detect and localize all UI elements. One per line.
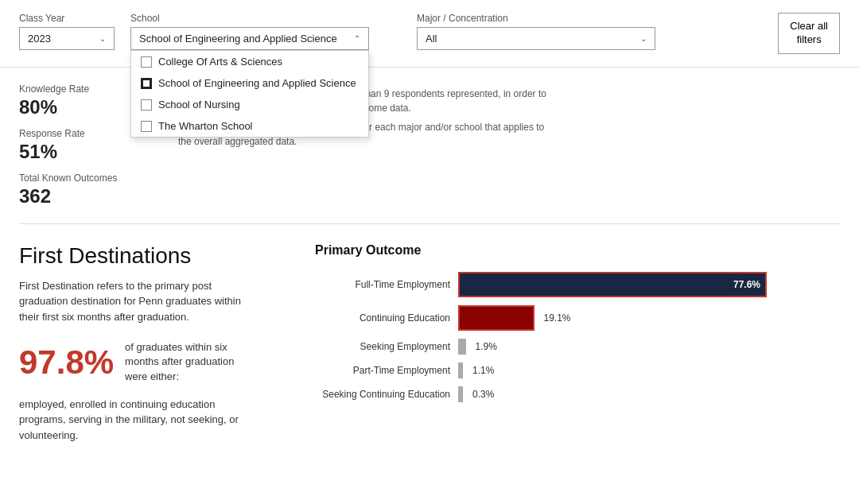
school-option-nursing-label: School of Nursing <box>158 99 240 110</box>
class-year-filter: Class Year 2023 ⌄ <box>19 13 115 50</box>
section-description: First Destination refers to the primary … <box>19 278 258 325</box>
chevron-down-icon: ⌄ <box>99 34 106 43</box>
bar-fill: 77.6% <box>458 272 767 297</box>
bar-label: Seeking Employment <box>315 341 458 352</box>
response-rate-block: Response Rate 51% <box>19 128 146 163</box>
class-year-label: Class Year <box>19 13 115 24</box>
main-content: First Destinations First Destination ref… <box>0 224 859 463</box>
bar-label: Continuing Education <box>315 312 458 324</box>
stats-section: Knowledge Rate 80% Response Rate 51% Tot… <box>0 68 859 223</box>
clear-filters-button[interactable]: Clear all filters <box>778 13 840 54</box>
major-select[interactable]: All ⌄ <box>417 27 655 50</box>
school-select[interactable]: School of Engineering and Applied Scienc… <box>130 27 369 50</box>
school-option-arts[interactable]: College Of Arts & Sciences <box>131 51 368 72</box>
bar-pct-label: 1.9% <box>476 341 497 352</box>
major-value: All <box>426 33 437 45</box>
bar-fill <box>458 386 463 402</box>
chevron-down-icon-major: ⌄ <box>640 34 647 43</box>
total-outcomes-label: Total Known Outcomes <box>19 173 146 184</box>
bar-fill <box>458 362 463 378</box>
school-label: School <box>130 13 369 24</box>
bar-row: Part-Time Employment1.1% <box>315 362 840 378</box>
knowledge-rate-value: 80% <box>19 96 146 118</box>
bar-row: Seeking Employment1.9% <box>315 339 840 355</box>
bar-pct-inside: 77.6% <box>733 279 760 290</box>
highlight-percent: 97.8% <box>19 343 114 382</box>
bar-label: Seeking Continuing Education <box>315 389 458 400</box>
response-rate-value: 51% <box>19 141 146 163</box>
school-checkbox-wharton[interactable] <box>141 121 152 132</box>
bar-pct-label: 1.1% <box>472 365 494 376</box>
school-checkbox-arts[interactable] <box>141 56 152 68</box>
bar-fill <box>458 339 466 355</box>
school-filter: School School of Engineering and Applied… <box>130 13 369 50</box>
filter-bar: Class Year 2023 ⌄ School School of Engin… <box>0 0 859 68</box>
major-label: Major / Concentration <box>417 13 655 24</box>
bar-row: Continuing Education19.1% <box>315 305 840 331</box>
school-option-wharton[interactable]: The Wharton School <box>131 115 368 137</box>
chevron-up-icon: ⌃ <box>354 34 360 43</box>
chart-container: Full-Time Employment77.6%Continuing Educ… <box>315 272 840 402</box>
left-panel: First Destinations First Destination ref… <box>19 243 290 444</box>
bar-track: 77.6% <box>458 272 840 297</box>
highlight-line2: months after graduation <box>125 355 234 369</box>
bar-track: 19.1% <box>458 305 840 331</box>
right-panel: Primary Outcome Full-Time Employment77.6… <box>315 243 840 444</box>
school-option-nursing[interactable]: School of Nursing <box>131 94 368 115</box>
school-option-arts-label: College Of Arts & Sciences <box>158 56 282 68</box>
major-filter: Major / Concentration All ⌄ <box>417 13 655 50</box>
bottom-description: employed, enrolled in continuing educati… <box>19 397 258 444</box>
class-year-select[interactable]: 2023 ⌄ <box>19 27 115 50</box>
knowledge-rate-label: Knowledge Rate <box>19 83 146 95</box>
bar-track: 1.1% <box>458 362 840 378</box>
section-title: First Destinations <box>19 243 290 269</box>
chart-title: Primary Outcome <box>315 243 840 258</box>
highlight-text-block: of graduates within six months after gra… <box>125 340 234 384</box>
bar-track: 1.9% <box>458 339 840 355</box>
highlight-line3: were either: <box>125 370 234 384</box>
total-outcomes-value: 362 <box>19 185 146 207</box>
class-year-value: 2023 <box>28 33 51 45</box>
school-option-engineering-label: School of Engineering and Applied Scienc… <box>158 77 356 89</box>
bar-label: Full-Time Employment <box>315 279 458 290</box>
school-dropdown-menu: College Of Arts & Sciences School of Eng… <box>130 50 369 138</box>
school-checkbox-nursing[interactable] <box>141 99 152 110</box>
response-rate-label: Response Rate <box>19 128 146 139</box>
bar-row: Seeking Continuing Education0.3% <box>315 386 840 402</box>
bar-fill <box>458 305 534 331</box>
bar-row: Full-Time Employment77.6% <box>315 272 840 297</box>
school-option-engineering[interactable]: School of Engineering and Applied Scienc… <box>131 72 368 94</box>
bar-pct-label: 0.3% <box>472 389 494 400</box>
knowledge-rate-block: Knowledge Rate 80% <box>19 83 146 118</box>
bar-label: Part-Time Employment <box>315 365 458 376</box>
highlight-line1: of graduates within six <box>125 340 234 355</box>
bar-track: 0.3% <box>458 386 840 402</box>
total-outcomes-block: Total Known Outcomes 362 <box>19 173 146 207</box>
school-value: School of Engineering and Applied Scienc… <box>139 33 337 45</box>
bar-pct-label: 19.1% <box>544 312 571 324</box>
school-option-wharton-label: The Wharton School <box>158 120 253 132</box>
school-checkbox-engineering[interactable] <box>141 78 152 89</box>
highlight-stat: 97.8% of graduates within six months aft… <box>19 340 290 384</box>
